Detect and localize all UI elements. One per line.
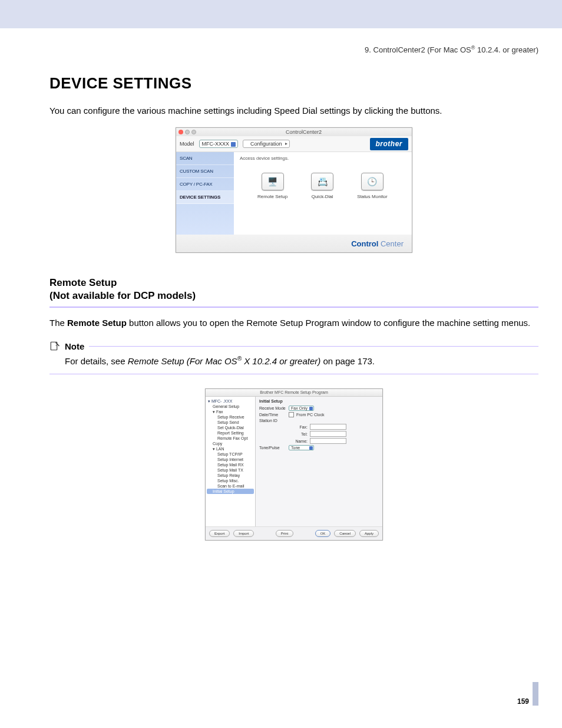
page-title: DEVICE SETTINGS (49, 74, 538, 93)
model-select[interactable]: MFC-XXXX (199, 140, 239, 148)
note-icon (49, 341, 60, 351)
sidebar-item-copy-pcfax[interactable]: COPY / PC-FAX (176, 178, 234, 191)
settings-form: Initial Setup Receive Mode Fax Only Date… (256, 397, 382, 526)
sidebar-item-scan[interactable]: SCAN (176, 152, 234, 165)
panel-description: Access device settings. (240, 156, 406, 161)
receive-mode-select[interactable]: Fax Only (289, 406, 314, 411)
note-text: For details, see Remote Setup (For Mac O… (65, 355, 538, 368)
sidebar-item-custom-scan[interactable]: CUSTOM SCAN (176, 165, 234, 178)
status-monitor-icon[interactable]: 🕒 (361, 173, 384, 190)
tree-general-setup[interactable]: General Setup (207, 404, 254, 409)
close-icon (178, 130, 183, 134)
thumb-tab (533, 682, 538, 706)
tone-pulse-label: Tone/Pulse (259, 446, 286, 450)
tree-root[interactable]: ▾ MFC- .XXX (207, 398, 254, 404)
tree-set-quick-dial[interactable]: Set Quick-Dial (207, 425, 254, 430)
quick-dial-icon[interactable]: 📇 (311, 173, 333, 190)
status-monitor-label: Status Monitor (357, 194, 388, 199)
category-sidebar: SCAN CUSTOM SCAN COPY / PC-FAX DEVICE SE… (176, 152, 234, 235)
form-title: Initial Setup (259, 399, 379, 403)
sidebar-item-device-settings[interactable]: DEVICE SETTINGS (176, 191, 234, 204)
remote-setup-icon[interactable]: 🖥️ (262, 173, 284, 190)
print-button[interactable]: Print (276, 530, 293, 537)
name-label: Name: (289, 439, 308, 443)
ok-button[interactable]: OK (315, 530, 331, 537)
tree-setup-tcpip[interactable]: Setup TCP/IP (207, 452, 254, 457)
tree-copy[interactable]: Copy (207, 441, 254, 446)
section-heading: Remote Setup (Not available for DCP mode… (49, 276, 538, 302)
remote-setup-screenshot: Brother MFC Remote Setup Program ▾ MFC- … (205, 388, 383, 541)
window-titlebar: ControlCenter2 (176, 128, 412, 136)
tree-fax[interactable]: ▾ Fax (207, 409, 254, 414)
configuration-button[interactable]: Configuration (243, 140, 290, 148)
tree-remote-fax-opt[interactable]: Remote Fax Opt (207, 436, 254, 441)
controlcenter-logo: Control Center (351, 239, 404, 248)
model-label: Model (180, 141, 194, 147)
minimize-icon (185, 130, 190, 134)
export-button[interactable]: Export (209, 530, 230, 537)
from-pc-clock-checkbox[interactable] (289, 412, 294, 417)
fax-label: Fax: (289, 425, 308, 429)
from-pc-clock-label: From PC Clock (296, 413, 324, 417)
controlcenter2-screenshot: ControlCenter2 Model MFC-XXXX Configurat… (176, 127, 412, 253)
note-label: Note (65, 341, 84, 351)
tree-setup-receive[interactable]: Setup Receive (207, 414, 254, 420)
apply-button[interactable]: Apply (359, 530, 379, 537)
tone-pulse-select[interactable]: Tone (289, 445, 314, 450)
tree-setup-internet[interactable]: Setup Internet (207, 457, 254, 462)
tree-setup-misc[interactable]: Setup Misc. (207, 478, 254, 483)
section-body: The Remote Setup button allows you to op… (49, 317, 538, 330)
tree-report-setting[interactable]: Report Setting (207, 430, 254, 436)
note-rule (89, 346, 538, 347)
tel-input[interactable] (310, 431, 346, 437)
page-number: 159 (517, 697, 529, 706)
zoom-icon (191, 130, 196, 134)
tree-setup-send[interactable]: Setup Send (207, 420, 254, 425)
heading-rule (49, 307, 538, 308)
fax-input[interactable] (310, 424, 346, 430)
remote-setup-title: Brother MFC Remote Setup Program (206, 389, 382, 397)
remote-setup-label: Remote Setup (257, 194, 287, 199)
station-id-label: Station ID (259, 419, 286, 423)
tree-initial-setup[interactable]: Initial Setup (207, 489, 254, 494)
quick-dial-label: Quick-Dial (312, 194, 333, 199)
top-decorative-bar (0, 0, 562, 28)
running-header: 9. ControlCenter2 (For Mac OS® 10.2.4. o… (49, 45, 538, 54)
settings-tree: ▾ MFC- .XXX General Setup ▾ Fax Setup Re… (206, 397, 256, 526)
cancel-button[interactable]: Cancel (334, 530, 356, 537)
receive-mode-label: Receive Mode (259, 406, 286, 410)
tree-setup-relay[interactable]: Setup Relay (207, 473, 254, 478)
date-time-label: Date/Time (259, 413, 286, 417)
tree-scan-to-email[interactable]: Scan to E-mail (207, 483, 254, 489)
note-bottom-rule (49, 374, 538, 374)
import-button[interactable]: Import (233, 530, 254, 537)
tree-setup-mail-rx[interactable]: Setup Mail RX (207, 462, 254, 467)
tree-setup-mail-tx[interactable]: Setup Mail TX (207, 467, 254, 473)
intro-text: You can configure the various machine se… (49, 104, 538, 117)
window-title: ControlCenter2 (198, 129, 409, 135)
name-input[interactable] (310, 438, 346, 444)
tree-lan[interactable]: ▾ LAN (207, 446, 254, 452)
tel-label: Tel: (289, 432, 308, 436)
brother-logo: brother (370, 138, 409, 150)
